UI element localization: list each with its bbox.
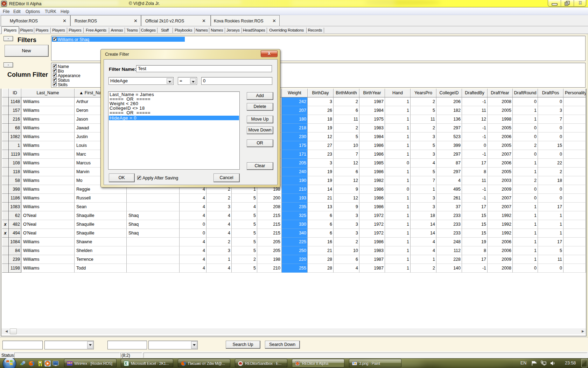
svg-text:X: X — [125, 362, 127, 366]
svg-text:HEX: HEX — [67, 362, 72, 364]
